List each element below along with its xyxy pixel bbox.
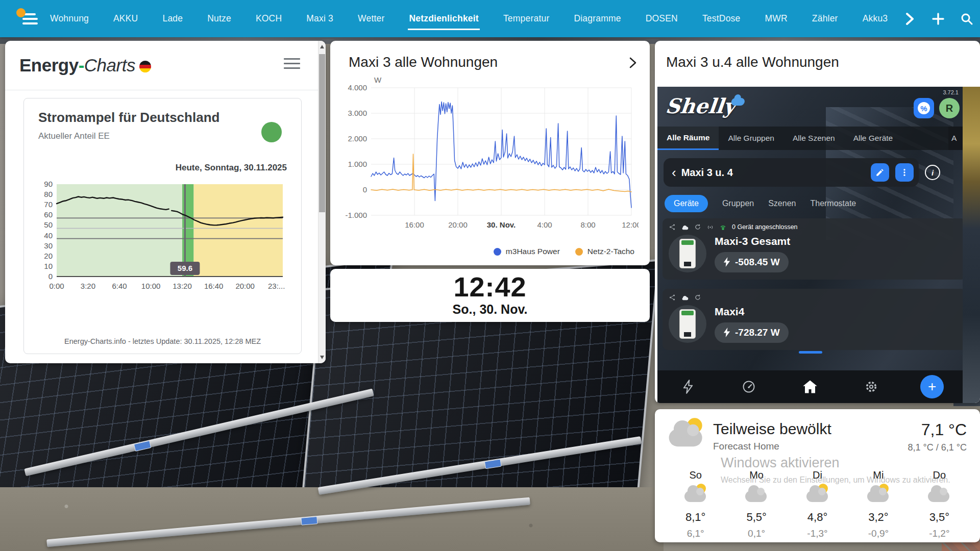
search-icon[interactable] (959, 11, 974, 27)
back-chevron-icon[interactable]: ‹ (672, 167, 676, 178)
stromampel-title: Stromampel für Deutschland (38, 110, 219, 126)
clock-date: So., 30. Nov. (330, 302, 650, 317)
subtab-geraete[interactable]: Geräte (665, 195, 708, 212)
device-status-icons: 0 Gerät angeschlossen (669, 222, 960, 232)
tab-testdose[interactable]: TestDose (701, 7, 742, 30)
low-temp: 0,1° (726, 528, 787, 539)
forecast-day: Mo 5,5° 0,1° (726, 469, 787, 539)
tab-alle-raeume[interactable]: Alle Räume (657, 127, 719, 150)
settings-nav-icon[interactable] (860, 375, 883, 398)
device-row[interactable]: Maxi4 -728.27 W (669, 305, 960, 343)
tab-wohnung[interactable]: Wohnung (49, 7, 90, 30)
tab-partial[interactable]: A (948, 127, 963, 150)
shelly-app: Shelly 3.72.1 % R Alle Räume Alle Gruppe… (657, 87, 963, 403)
tab-dosen[interactable]: DOSEN (645, 7, 679, 30)
svg-text:10:00: 10:00 (141, 282, 161, 290)
device-image (669, 305, 706, 343)
svg-text:-1.000: -1.000 (345, 211, 367, 219)
svg-text:8:00: 8:00 (580, 220, 595, 229)
high-temp: 3,2° (848, 511, 909, 524)
legend-item[interactable]: Netz-2-Tacho (575, 247, 634, 256)
svg-text:70: 70 (44, 200, 53, 209)
scroll-down-icon[interactable] (320, 356, 324, 359)
cloud-icon (681, 294, 689, 301)
svg-text:20:00: 20:00 (448, 220, 468, 229)
power-pill[interactable]: -508.45 W (715, 252, 789, 272)
tab-alle-geraete[interactable]: Alle Geräte (844, 127, 902, 150)
svg-text:23:...: 23:... (268, 282, 285, 290)
divider (5, 90, 318, 90)
tab-lade[interactable]: Lade (161, 7, 184, 30)
tab-mwr[interactable]: MWR (764, 7, 788, 30)
tab-zaehler[interactable]: Zähler (811, 7, 839, 30)
temperature-range: 8,1 °C / 6,1 °C (908, 442, 967, 453)
svg-text:50: 50 (44, 220, 53, 229)
tab-akku3[interactable]: Akku3 (862, 7, 889, 30)
logo-part2: Charts (84, 55, 135, 75)
traffic-light-green (261, 122, 282, 142)
shelly-card-title: Maxi 3 u.4 alle Wohnungen (666, 54, 839, 70)
tab-wetter[interactable]: Wetter (357, 7, 385, 30)
power-nav-icon[interactable] (676, 375, 700, 398)
hamburger-menu-icon[interactable] (284, 57, 300, 69)
tab-akku[interactable]: AKKU (112, 7, 139, 30)
legend-item[interactable]: m3Haus Power (494, 247, 560, 256)
promo-badge-button[interactable]: % (914, 98, 934, 118)
device-status-icons (669, 293, 960, 302)
svg-text:12:00: 12:00 (622, 220, 639, 229)
antenna-icon-green (719, 224, 727, 231)
user-avatar[interactable]: R (939, 98, 960, 118)
chevron-right-icon[interactable] (628, 56, 638, 69)
legend-dot-blue (494, 248, 501, 256)
device-card[interactable]: 0 Gerät angeschlossen Maxi-3 Gesamt -508… (663, 218, 963, 280)
svg-text:16:40: 16:40 (204, 282, 224, 290)
tab-nutze[interactable]: Nutze (206, 7, 232, 30)
energy-charts-footer: Energy-Charts.info - letztes Update: 30.… (24, 337, 301, 345)
svg-text:10: 10 (44, 262, 53, 270)
svg-text:4.000: 4.000 (348, 83, 367, 92)
tab-koch[interactable]: KOCH (255, 7, 283, 30)
edit-room-button[interactable] (871, 163, 889, 182)
forecast-icon (745, 485, 768, 503)
power-history-chart[interactable]: 4.0003.0002.0001.0000-1.00016:0020:0030.… (341, 74, 639, 236)
room-menu-button[interactable] (895, 163, 914, 182)
device-status-text: 0 Gerät angeschlossen (732, 223, 798, 231)
tab-diagramme[interactable]: Diagramme (573, 7, 622, 30)
partly-cloudy-icon (668, 420, 704, 447)
subtab-szenen[interactable]: Szenen (768, 199, 796, 208)
subtab-thermostate[interactable]: Thermostate (810, 199, 856, 208)
gauge-nav-icon[interactable] (737, 375, 761, 398)
svg-text:1.000: 1.000 (348, 160, 367, 168)
scrollbar-thumb[interactable] (319, 54, 325, 212)
room-name: Maxi 3 u. 4 (681, 167, 733, 179)
scroll-up-icon[interactable] (320, 45, 324, 48)
home-nav-icon-active[interactable] (798, 375, 822, 398)
forecast-icon (684, 485, 707, 503)
add-tab-icon[interactable] (930, 11, 946, 27)
day-label: So (665, 469, 726, 481)
tab-temperatur[interactable]: Temperatur (502, 7, 551, 30)
tab-maxi3[interactable]: Maxi 3 (305, 7, 334, 30)
device-row[interactable]: Maxi-3 Gesamt -508.45 W (669, 235, 960, 272)
forecast-icon (867, 485, 890, 503)
forecast-day: Do 3,5° -1,2° (909, 469, 970, 539)
stromampel-chart[interactable]: 01020304050607080900:003:206:4010:0013:2… (28, 179, 297, 302)
svg-text:80: 80 (44, 190, 53, 198)
add-device-button[interactable]: + (920, 375, 944, 398)
svg-text:3.000: 3.000 (348, 109, 367, 117)
notification-badge (16, 8, 26, 17)
shelly-tabs: Alle Räume Alle Gruppen Alle Szenen Alle… (657, 127, 963, 150)
info-icon[interactable]: i (925, 165, 940, 180)
low-temp: -1,2° (909, 528, 970, 539)
tab-alle-gruppen[interactable]: Alle Gruppen (719, 127, 783, 150)
energy-charts-logo[interactable]: Energy-Charts (19, 55, 151, 76)
device-card[interactable]: Maxi4 -728.27 W (663, 289, 963, 350)
card-scrollbar[interactable] (318, 41, 326, 363)
weather-card[interactable]: Teilweise bewölkt Forecast Home 7,1 °C 8… (655, 409, 980, 542)
subtab-gruppen[interactable]: Gruppen (722, 199, 754, 208)
tab-netzdienlichkeit[interactable]: Netzdienlichkeit (408, 7, 479, 30)
power-pill[interactable]: -728.27 W (715, 322, 789, 343)
tab-alle-szenen[interactable]: Alle Szenen (783, 127, 844, 150)
chevron-right-icon[interactable] (902, 11, 917, 27)
device-name: Maxi-3 Gesamt (715, 235, 790, 247)
